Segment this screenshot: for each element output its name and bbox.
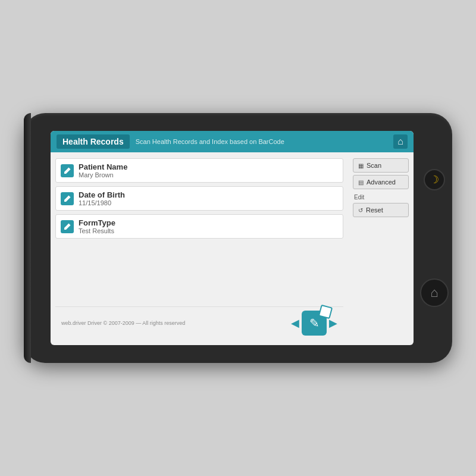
fields-area: Patient Name Mary Brown Date of Birth 11… [51, 152, 348, 345]
app-header: Health Records Scan Health Records and I… [51, 131, 414, 152]
moon-button[interactable]: ☽ [424, 169, 445, 190]
field-icon-patient-name [61, 164, 74, 177]
device-left-edge [24, 113, 31, 363]
nav-arrows: ◀ ✎ ▶ [291, 311, 337, 336]
edit-section-label: Edit [353, 194, 409, 201]
header-home-icon[interactable]: ⌂ [393, 134, 408, 149]
reset-button-label: Reset [366, 206, 383, 214]
footer-logo: web.driver Driver © 2007-2009 — All righ… [61, 320, 185, 326]
field-icon-date-of-birth [61, 192, 74, 205]
field-icon-form-type [61, 220, 74, 233]
advanced-button-label: Advanced [367, 178, 396, 186]
nav-left-arrow[interactable]: ◀ [291, 318, 299, 328]
nav-right-arrow[interactable]: ▶ [329, 318, 337, 328]
screen: Health Records Scan Health Records and I… [51, 131, 414, 345]
advanced-button-icon: ▤ [358, 179, 364, 186]
app-subtitle: Scan Health Records and Index based on B… [136, 138, 394, 145]
edit-icon-formtype [63, 223, 71, 231]
field-content-date-of-birth: Date of Birth 11/15/1980 [79, 190, 125, 206]
edit-icon [63, 167, 71, 175]
edit-icon-dob [63, 195, 71, 203]
app-title: Health Records [57, 134, 130, 149]
reset-button-icon: ↺ [358, 207, 363, 214]
scan-button-label: Scan [367, 162, 381, 169]
moon-icon: ☽ [430, 173, 439, 186]
field-content-patient-name: Patient Name Mary Brown [79, 162, 127, 178]
field-row-patient-name[interactable]: Patient Name Mary Brown [55, 158, 343, 183]
field-value-date-of-birth: 11/15/1980 [79, 199, 125, 206]
field-value-form-type: Test Results [79, 227, 115, 234]
scan-thumbnail[interactable]: ✎ [302, 311, 327, 336]
field-label-form-type: FormType [79, 218, 115, 227]
home-button[interactable]: ⌂ [420, 278, 449, 307]
sidebar: ▦ Scan ▤ Advanced Edit ↺ Reset [348, 152, 414, 345]
advanced-button[interactable]: ▤ Advanced [353, 175, 409, 189]
reset-button[interactable]: ↺ Reset [353, 203, 409, 217]
field-row-date-of-birth[interactable]: Date of Birth 11/15/1980 [55, 186, 343, 211]
home-icon: ⌂ [430, 285, 438, 300]
field-value-patient-name: Mary Brown [79, 171, 127, 178]
device: Health Records Scan Health Records and I… [24, 113, 452, 363]
device-right-controls: ☽ ⌂ [416, 113, 452, 363]
field-content-form-type: FormType Test Results [79, 218, 115, 234]
screen-body: Patient Name Mary Brown Date of Birth 11… [51, 152, 414, 345]
scan-button[interactable]: ▦ Scan [353, 158, 409, 173]
footer-area: web.driver Driver © 2007-2009 — All righ… [55, 306, 343, 339]
field-row-form-type[interactable]: FormType Test Results [55, 214, 343, 239]
scan-thumb-icon: ✎ [309, 316, 320, 330]
field-label-patient-name: Patient Name [79, 162, 127, 171]
scan-button-icon: ▦ [358, 162, 364, 169]
field-label-date-of-birth: Date of Birth [79, 190, 125, 199]
